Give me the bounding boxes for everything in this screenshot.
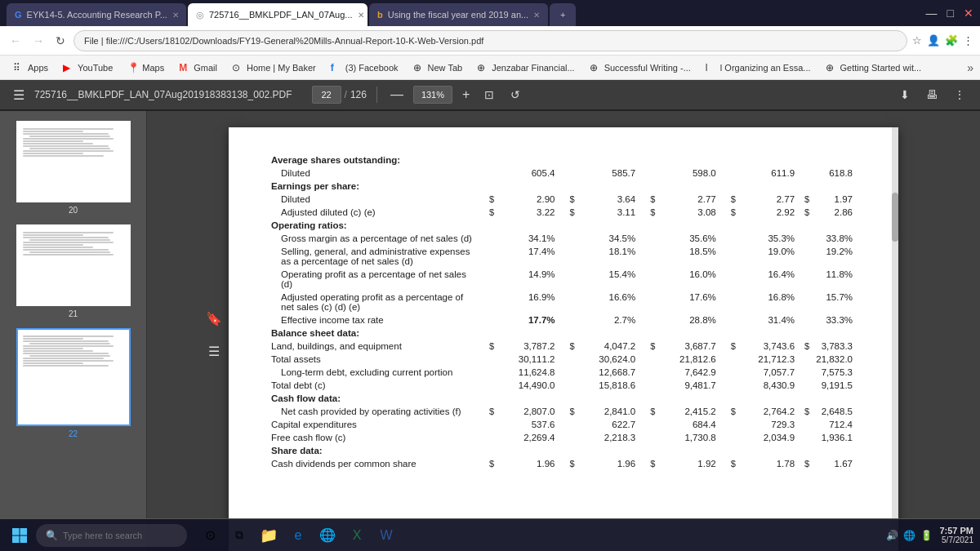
bookmark-organizing-label: l Organizing an Essa...: [720, 63, 811, 73]
bookmark-jenzabar[interactable]: ⊕ Jenzabar Financial...: [470, 58, 581, 78]
pdf-content: 20: [0, 111, 980, 551]
pdf-scrollbar-thumb[interactable]: [892, 193, 898, 242]
pdf-bookmark-icon[interactable]: 🔖: [206, 310, 222, 327]
pdf-zoom-input[interactable]: [413, 86, 452, 104]
pdf-fit-button[interactable]: ⊡: [479, 85, 499, 104]
tab-1-label: EYK14-5. Accounting Research P...: [27, 10, 167, 20]
pdf-menu-button[interactable]: ☰: [10, 84, 28, 106]
table-row: Effective income tax rate 17.7% 2.7% 28.…: [268, 313, 859, 327]
pdf-download-button[interactable]: ⬇: [895, 85, 915, 104]
tab-2[interactable]: ◎ 725716__BMKLPDF_LAN_07Aug... ✕: [188, 3, 368, 26]
tab-strip: G EYK14-5. Accounting Research P... ✕ ◎ …: [7, 0, 920, 26]
svg-rect-1: [20, 528, 28, 535]
thumbnail-page-21[interactable]: 21: [7, 224, 140, 318]
taskbar-cortana-button[interactable]: ⊙: [197, 522, 223, 549]
maps-icon: 📍: [127, 62, 139, 73]
bookmark-facebook-label: (3) Facebook: [345, 63, 399, 73]
settings-icon[interactable]: ⋮: [963, 34, 973, 47]
taskbar-search-box[interactable]: 🔍: [36, 524, 187, 547]
thumbnail-page-22[interactable]: 22: [7, 328, 140, 438]
getting-icon: ⊕: [826, 62, 837, 73]
forward-button[interactable]: →: [29, 33, 47, 49]
bookmark-facebook[interactable]: f (3) Facebook: [324, 58, 405, 78]
taskbar-battery-icon[interactable]: 🔋: [920, 530, 933, 541]
bookmark-gmail[interactable]: M Gmail: [172, 58, 224, 78]
taskbar-search-input[interactable]: [63, 531, 177, 540]
taskbar-edge-button[interactable]: e: [285, 522, 311, 549]
pdf-main-area[interactable]: 🔖 ☰: [147, 111, 980, 551]
pdf-divider-1: [376, 87, 377, 103]
pdf-scrollbar[interactable]: [892, 127, 898, 551]
pdf-total-pages: 126: [350, 89, 367, 100]
start-button[interactable]: [7, 522, 33, 549]
pdf-zoom-out-button[interactable]: —: [387, 86, 407, 104]
svg-rect-3: [20, 535, 28, 543]
table-row: Share data:: [268, 444, 859, 457]
table-row: Earnings per share:: [268, 180, 859, 193]
taskbar-volume-icon[interactable]: 🔊: [886, 530, 898, 541]
bookmarks-bar: ⠿ Apps ▶ YouTube 📍 Maps M Gmail ⊙ Home |…: [0, 56, 980, 80]
bookmark-youtube[interactable]: ▶ YouTube: [56, 58, 119, 78]
bookmark-newtab[interactable]: ⊕ New Tab: [407, 58, 470, 78]
table-row: Adjusted operating profit as a percentag…: [268, 291, 859, 313]
new-tab-icon: +: [560, 10, 565, 20]
table-row: Capital expenditures 537.6 622.7 684.4 7…: [268, 418, 859, 431]
table-row: Net cash provided by operating activitie…: [268, 405, 859, 418]
pdf-rotate-button[interactable]: ↺: [506, 85, 525, 104]
tab-2-close[interactable]: ✕: [358, 11, 364, 20]
bookmark-youtube-label: YouTube: [78, 63, 113, 73]
table-row: Adjusted diluted (c) (e) $3.22 $3.11 $3.…: [268, 206, 859, 219]
taskbar-taskview-button[interactable]: ⧉: [226, 522, 252, 549]
tab-1[interactable]: G EYK14-5. Accounting Research P... ✕: [7, 3, 186, 26]
svg-rect-2: [12, 535, 20, 543]
minimize-button[interactable]: —: [926, 7, 938, 20]
profile-icon[interactable]: 👤: [927, 34, 940, 47]
bookmark-home-label: Home | My Baker: [247, 63, 316, 73]
windows-logo-icon: [11, 527, 28, 544]
thumbnail-page-20[interactable]: 20: [7, 121, 140, 215]
taskbar-excel-button[interactable]: X: [344, 522, 370, 549]
pdf-page-input[interactable]: [312, 86, 341, 104]
thumbnail-page-22-label: 22: [69, 429, 78, 438]
financial-table: Average shares outstanding: Diluted 605.…: [268, 153, 859, 470]
taskbar-clock[interactable]: 7:57 PM 5/7/2021: [939, 526, 973, 544]
table-row: Cash dividends per common share $1.96 $1…: [268, 457, 859, 470]
back-button[interactable]: ←: [7, 33, 24, 49]
bookmark-successful[interactable]: ⊕ Successful Writing -...: [583, 58, 697, 78]
pdf-list-icon[interactable]: ☰: [206, 343, 222, 359]
maximize-button[interactable]: □: [947, 7, 954, 20]
bookmarks-more-icon[interactable]: »: [967, 61, 973, 74]
bookmark-apps[interactable]: ⠿ Apps: [7, 58, 55, 78]
bookmark-getting[interactable]: ⊕ Getting Started wit...: [819, 58, 929, 78]
pdf-page: 🔖 ☰: [229, 127, 898, 551]
bookmark-apps-label: Apps: [28, 63, 48, 73]
taskbar-network-icon[interactable]: 🌐: [903, 530, 915, 541]
bookmark-organizing[interactable]: l l Organizing an Essa...: [699, 58, 817, 78]
tab-2-label: 725716__BMKLPDF_LAN_07Aug...: [209, 10, 353, 20]
extension-icon[interactable]: 🧩: [945, 34, 958, 47]
taskbar-search-icon: 🔍: [46, 530, 58, 541]
taskbar-file-explorer-button[interactable]: 📁: [256, 522, 282, 549]
tab-3-close[interactable]: ✕: [533, 11, 540, 20]
taskbar-system-icons: 🔊 🌐 🔋: [886, 530, 933, 541]
tab-1-favicon: G: [15, 10, 22, 20]
bookmark-home[interactable]: ⊙ Home | My Baker: [225, 58, 323, 78]
table-row: Land, buildings, and equipment $3,787.2 …: [268, 340, 859, 353]
pdf-zoom-in-button[interactable]: +: [459, 86, 473, 104]
taskbar-word-button[interactable]: W: [373, 522, 399, 549]
close-button[interactable]: ✕: [964, 7, 973, 20]
jenzabar-icon: ⊕: [477, 62, 488, 73]
reload-button[interactable]: ↻: [52, 33, 69, 49]
taskbar-chrome-button[interactable]: 🌐: [314, 522, 341, 549]
star-icon[interactable]: ☆: [912, 34, 922, 47]
taskbar-date: 5/7/2021: [939, 535, 973, 544]
tab-3[interactable]: b Using the fiscal year end 2019 an... ✕: [369, 3, 548, 26]
new-tab-button[interactable]: +: [550, 3, 576, 26]
bookmark-maps[interactable]: 📍 Maps: [121, 58, 171, 78]
pdf-thumbnail-sidebar: 20: [0, 111, 147, 551]
tab-1-close[interactable]: ✕: [172, 11, 179, 20]
pdf-more-button[interactable]: ⋮: [949, 85, 970, 104]
pdf-print-button[interactable]: 🖶: [921, 85, 942, 104]
facebook-icon: f: [331, 62, 342, 73]
address-input[interactable]: [74, 30, 907, 51]
